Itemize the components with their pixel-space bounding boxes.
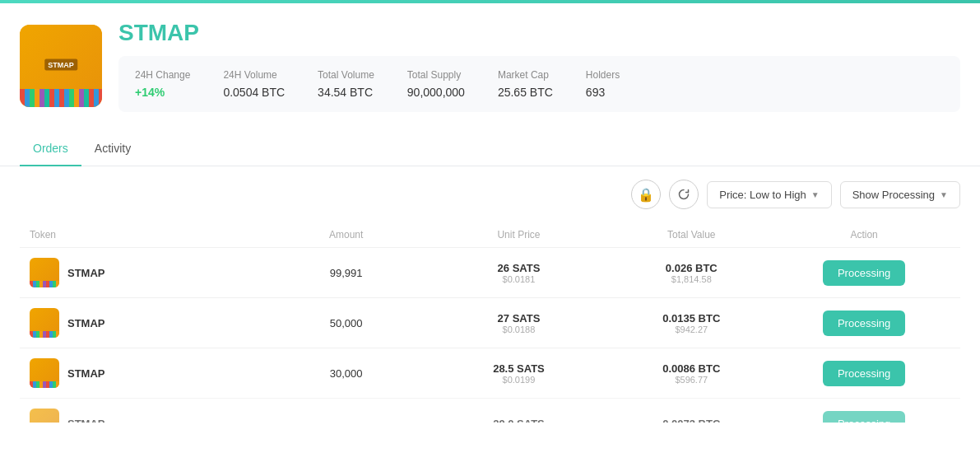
sort-dropdown[interactable]: Price: Low to High ▼ [707, 181, 831, 208]
total-usd: $942.27 [605, 325, 778, 334]
stat-total-volume-label: Total Volume [318, 69, 374, 81]
main-container: STMAP STMAP 24H Change +14% 24H Volume 0… [0, 0, 980, 467]
stat-24h-change: 24H Change +14% [135, 69, 190, 99]
token-title: STMAP [118, 20, 960, 46]
stat-24h-change-value: +14% [135, 86, 190, 99]
col-token: Token [30, 229, 260, 241]
col-action: Action [778, 229, 950, 241]
filter-chevron-icon: ▼ [940, 190, 948, 199]
col-unit-price: Unit Price [433, 229, 606, 241]
sort-label: Price: Low to High [719, 189, 806, 201]
lock-icon-btn[interactable]: 🔒 [631, 180, 661, 209]
token-icon [30, 308, 59, 338]
table-header: Token Amount Unit Price Total Value Acti… [20, 222, 960, 247]
stat-total-volume-value: 34.54 BTC [318, 86, 374, 99]
stat-holders-label: Holders [586, 69, 620, 81]
amount-cell: 99,991 [260, 267, 433, 279]
action-cell: Processing [778, 411, 950, 423]
amount-cell: 50,000 [260, 317, 433, 329]
token-icon [30, 409, 59, 423]
table-row: STMAP 50,000 27 SATS $0.0188 0.0135 BTC … [20, 297, 960, 348]
table-body: STMAP 99,991 26 SATS $0.0181 0.026 BTC $… [20, 247, 960, 423]
action-cell: Processing [778, 260, 950, 286]
sort-chevron-icon: ▼ [811, 190, 820, 199]
filter-dropdown[interactable]: Show Processing ▼ [840, 181, 960, 208]
total-cell: 0.0073 BTC [605, 418, 778, 423]
total-btc: 0.0086 BTC [605, 362, 778, 375]
token-logo: STMAP [20, 25, 102, 107]
total-btc: 0.0073 BTC [605, 418, 778, 423]
token-icon [30, 258, 59, 287]
token-cell: STMAP [30, 358, 260, 388]
processing-button[interactable]: Processing [823, 411, 905, 423]
action-cell: Processing [778, 311, 950, 336]
stat-total-supply-value: 90,000,000 [407, 86, 465, 99]
price-sats: 27 SATS [433, 312, 606, 325]
table-row: STMAP 30,000 28.5 SATS $0.0199 0.0086 BT… [20, 348, 960, 398]
col-total-value: Total Value [605, 229, 778, 241]
total-btc: 0.026 BTC [605, 262, 778, 274]
amount-cell: 30,000 [260, 367, 433, 380]
processing-button[interactable]: Processing [823, 361, 905, 386]
stat-total-supply-label: Total Supply [407, 69, 465, 81]
table-row: STMAP 29.0 SATS 0.0073 BTC Processing [20, 398, 960, 423]
tabs-bar: Orders Activity [0, 132, 980, 166]
token-cell: STMAP [30, 308, 260, 338]
token-cell: STMAP [30, 409, 260, 423]
processing-button[interactable]: Processing [823, 260, 905, 286]
total-cell: 0.026 BTC $1,814.58 [605, 262, 778, 284]
processing-button[interactable]: Processing [823, 311, 905, 336]
table-row: STMAP 99,991 26 SATS $0.0181 0.026 BTC $… [20, 247, 960, 297]
stat-total-volume: Total Volume 34.54 BTC [318, 69, 374, 99]
logo-text: STMAP [44, 59, 77, 71]
tab-activity[interactable]: Activity [81, 132, 144, 166]
header-info: STMAP 24H Change +14% 24H Volume 0.0504 … [118, 20, 960, 112]
action-cell: Processing [778, 361, 950, 386]
total-usd: $596.77 [605, 375, 778, 385]
total-cell: 0.0086 BTC $596.77 [605, 362, 778, 385]
tab-orders[interactable]: Orders [20, 132, 81, 166]
stats-row: 24H Change +14% 24H Volume 0.0504 BTC To… [118, 56, 960, 112]
orders-section: 🔒 Price: Low to High ▼ Show Processing ▼… [0, 166, 980, 436]
price-usd: $0.0199 [433, 375, 606, 385]
toolbar: 🔒 Price: Low to High ▼ Show Processing ▼ [20, 180, 960, 209]
price-sats: 29.0 SATS [433, 418, 606, 423]
stat-total-supply: Total Supply 90,000,000 [407, 69, 465, 99]
token-name: STMAP [67, 418, 105, 423]
price-sats: 28.5 SATS [433, 362, 606, 375]
stat-market-cap-label: Market Cap [498, 69, 553, 81]
col-amount: Amount [260, 229, 433, 241]
price-cell: 29.0 SATS [433, 418, 606, 423]
refresh-icon [677, 188, 690, 201]
price-cell: 28.5 SATS $0.0199 [433, 362, 606, 385]
price-cell: 26 SATS $0.0181 [433, 262, 606, 284]
token-icon [30, 358, 59, 388]
stat-holders: Holders 693 [586, 69, 620, 99]
header-section: STMAP STMAP 24H Change +14% 24H Volume 0… [0, 3, 980, 128]
total-cell: 0.0135 BTC $942.27 [605, 312, 778, 334]
price-usd: $0.0188 [433, 325, 606, 334]
token-name: STMAP [67, 317, 105, 329]
filter-label: Show Processing [852, 189, 935, 201]
stat-24h-change-label: 24H Change [135, 69, 190, 81]
price-usd: $0.0181 [433, 274, 606, 284]
stat-24h-volume-label: 24H Volume [223, 69, 285, 81]
logo-pixel-bar [20, 89, 102, 107]
price-cell: 27 SATS $0.0188 [433, 312, 606, 334]
stat-24h-volume: 24H Volume 0.0504 BTC [223, 69, 285, 99]
price-sats: 26 SATS [433, 262, 606, 274]
token-cell: STMAP [30, 258, 260, 287]
total-btc: 0.0135 BTC [605, 312, 778, 325]
token-name: STMAP [67, 367, 105, 380]
stat-market-cap-value: 25.65 BTC [498, 86, 553, 99]
stat-24h-volume-value: 0.0504 BTC [223, 86, 285, 99]
refresh-icon-btn[interactable] [669, 180, 699, 209]
total-usd: $1,814.58 [605, 274, 778, 284]
token-name: STMAP [67, 267, 105, 279]
stat-holders-value: 693 [586, 86, 620, 99]
stat-market-cap: Market Cap 25.65 BTC [498, 69, 553, 99]
